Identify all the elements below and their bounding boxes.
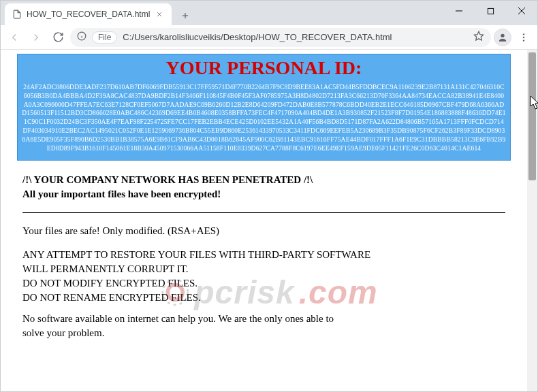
back-button[interactable] [5, 28, 24, 47]
scrollbar-track[interactable] [527, 50, 537, 391]
tab-close-button[interactable] [154, 9, 165, 20]
instruction-line: WILL PERMANENTLY CORRUPT IT. [22, 263, 505, 275]
reload-button[interactable] [48, 28, 67, 47]
personal-id-heading: YOUR PERSONAL ID: [22, 57, 506, 79]
tab-strip: HOW_TO_RECOVER_DATA.html [1, 1, 195, 25]
footer-line: No software available on internet can he… [22, 313, 505, 325]
instructions-block: ANY ATTEMPT TO RESTORE YOUR FILES WITH T… [22, 249, 505, 304]
svg-rect-5 [488, 8, 493, 14]
svg-point-13 [523, 33, 524, 35]
instruction-line: DO NOT MODIFY ENCRYPTED FILES. [22, 278, 505, 289]
svg-marker-11 [474, 31, 483, 40]
address-bar[interactable]: File C:/Users/karolisliucveikis/Desktop/… [70, 28, 491, 47]
instruction-line: DO NOT RENAME ENCRYPTED FILES. [22, 292, 505, 304]
file-icon [12, 9, 22, 20]
url-text: C:/Users/karolisliucveikis/Desktop/HOW_T… [123, 32, 468, 42]
personal-id-value: 24AF2ADC0806DDE3ADF237D610AB7DF6069FDB55… [22, 83, 506, 153]
tab-title: HOW_TO_RECOVER_DATA.html [27, 10, 150, 19]
svg-point-15 [523, 39, 524, 41]
close-window-button[interactable] [506, 1, 537, 21]
instruction-line: ANY ATTEMPT TO RESTORE YOUR FILES WITH T… [22, 249, 505, 261]
forward-button[interactable] [27, 28, 46, 47]
files-safe-line: Your files are safe! Only modified. (RSA… [22, 225, 505, 237]
titlebar: HOW_TO_RECOVER_DATA.html [1, 1, 537, 25]
bookmark-star-icon[interactable] [473, 31, 484, 44]
warning-line-2: All your important files have been encry… [22, 189, 505, 200]
browser-window: HOW_TO_RECOVER_DATA.html [0, 0, 538, 392]
ransom-body: /!\ YOUR COMPANY NETWORK HAS BEEN PENETR… [17, 161, 511, 339]
footer-line: solve your problem. [22, 327, 505, 339]
page-content: YOUR PERSONAL ID: 24AF2ADC0806DDE3ADF237… [1, 50, 527, 391]
url-scheme-chip: File [92, 31, 117, 44]
minimize-button[interactable] [443, 1, 475, 21]
profile-avatar[interactable] [494, 29, 511, 46]
info-icon [77, 31, 86, 43]
svg-point-14 [523, 36, 524, 37]
scrollbar-thumb[interactable] [528, 52, 536, 180]
maximize-button[interactable] [475, 1, 506, 21]
content-area: YOUR PERSONAL ID: 24AF2ADC0806DDE3ADF237… [1, 50, 537, 391]
warning-line-1: /!\ YOUR COMPANY NETWORK HAS BEEN PENETR… [22, 174, 505, 186]
browser-tab[interactable]: HOW_TO_RECOVER_DATA.html [5, 3, 172, 25]
window-controls [443, 1, 537, 21]
new-tab-button[interactable] [176, 6, 195, 25]
divider [22, 212, 505, 213]
toolbar: File C:/Users/karolisliucveikis/Desktop/… [1, 25, 537, 50]
personal-id-box: YOUR PERSONAL ID: 24AF2ADC0806DDE3ADF237… [17, 54, 511, 161]
kebab-menu-button[interactable] [514, 28, 533, 47]
footer-block: No software available on internet can he… [22, 313, 505, 339]
svg-point-12 [501, 33, 504, 37]
